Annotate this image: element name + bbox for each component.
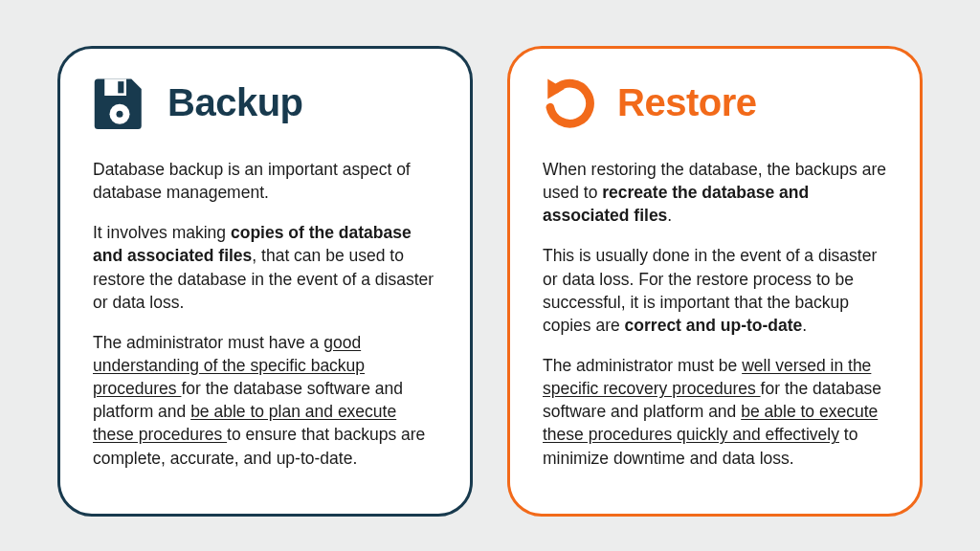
backup-header: Backup <box>93 76 437 129</box>
text: It involves making <box>93 223 231 242</box>
undo-arrow-icon <box>543 76 596 129</box>
backup-body: Database backup is an important aspect o… <box>93 158 437 470</box>
restore-header: Restore <box>543 76 887 129</box>
backup-title: Backup <box>167 81 303 124</box>
backup-paragraph-1: Database backup is an important aspect o… <box>93 158 437 204</box>
svg-point-3 <box>117 111 123 118</box>
text: Database backup is an important aspect o… <box>93 160 411 202</box>
restore-body: When restoring the database, the backups… <box>543 158 887 470</box>
restore-card: Restore When restoring the database, the… <box>507 46 923 517</box>
backup-paragraph-3: The administrator must have a good under… <box>93 331 437 470</box>
backup-card: Backup Database backup is an important a… <box>57 46 473 517</box>
restore-paragraph-2: This is usually done in the event of a d… <box>543 244 887 337</box>
restore-title: Restore <box>617 81 756 124</box>
restore-paragraph-1: When restoring the database, the backups… <box>543 158 887 227</box>
text: . <box>802 316 807 335</box>
floppy-disk-icon <box>93 76 146 129</box>
text: The administrator must be <box>543 356 742 375</box>
svg-rect-1 <box>118 81 123 93</box>
text: . <box>667 206 672 225</box>
restore-paragraph-3: The administrator must be well versed in… <box>543 354 887 470</box>
text: The administrator must have a <box>93 333 323 352</box>
bold-text: correct and up-to-date <box>625 316 803 335</box>
backup-paragraph-2: It involves making copies of the databas… <box>93 221 437 314</box>
